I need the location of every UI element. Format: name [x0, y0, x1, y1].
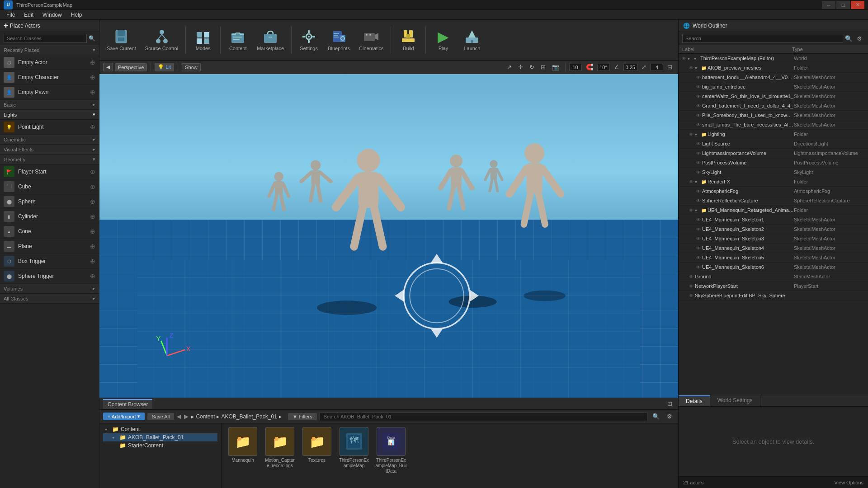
wo-ppv-eye[interactable]: 👁 — [695, 159, 702, 166]
wo-skel6-eye[interactable]: 👁 — [695, 263, 702, 271]
wo-search-input[interactable] — [682, 34, 843, 43]
wo-light-source-eye[interactable]: 👁 — [695, 140, 702, 147]
close-button[interactable]: ✕ — [851, 1, 864, 9]
wo-search-button[interactable]: 🔍 — [845, 35, 853, 42]
viewport-lit-btn[interactable]: 💡 Lit — [155, 63, 174, 71]
wo-skel1-eye[interactable]: 👁 — [695, 216, 702, 223]
cb-file-map[interactable]: 🗺 ThirdPersonExampleMap — [338, 427, 370, 484]
wo-ground-eye[interactable]: 👁 — [688, 273, 695, 280]
wo-col-label[interactable]: Label — [682, 47, 792, 52]
wo-anim6[interactable]: 👁 small_jumps_The_bare_necessities_Alegr… — [679, 120, 868, 130]
actor-empty-actor[interactable]: ⬡ Empty Actor ⊕ — [0, 55, 99, 70]
cb-path-akob[interactable]: AKOB_Ballet_Pack_01 — [221, 413, 277, 420]
actor-box-trigger[interactable]: ⬡ Box Trigger ⊕ — [0, 254, 99, 269]
cb-settings-button[interactable]: ⚙ — [665, 412, 675, 421]
wo-src-eye[interactable]: 👁 — [695, 197, 702, 204]
search-classes-input[interactable] — [4, 34, 87, 43]
viewport-scale-tool[interactable]: ⊞ — [538, 63, 548, 71]
wo-skel5[interactable]: 👁 UE4_Mannequin_Skeleton5 SkeletalMeshAc… — [679, 253, 868, 263]
wo-lmiv-eye[interactable]: 👁 — [695, 150, 702, 157]
wo-renderfx-folder[interactable]: 👁 ▾ 📁 RenderFX Folder — [679, 177, 868, 187]
wo-skel1[interactable]: 👁 UE4_Mannequin_Skeleton1 SkeletalMeshAc… — [679, 215, 868, 225]
viewport-snap-icon[interactable]: 🧲 — [584, 63, 595, 71]
wo-anim4-eye[interactable]: 👁 — [695, 102, 702, 109]
modes-button[interactable]: Modes — [189, 27, 217, 53]
viewport-angle-icon[interactable]: ∠ — [612, 63, 622, 71]
tree-content[interactable]: ▾ 📁 Content — [103, 425, 217, 433]
content-browser-tab[interactable]: Content Browser — [103, 399, 152, 409]
wo-root-eye[interactable]: 👁 — [680, 55, 688, 62]
wo-anim3-eye[interactable]: 👁 — [695, 93, 702, 100]
tree-akob[interactable]: ▾ 📁 AKOB_Ballet_Pack_01 — [103, 433, 217, 441]
wo-anim3[interactable]: 👁 centerWaltz_So_this_love_is_pirouette1… — [679, 92, 868, 101]
marketplace-button[interactable]: Marketplace — [253, 27, 288, 53]
wo-skylight[interactable]: 👁 SkyLight SkyLight — [679, 168, 868, 177]
actor-cube[interactable]: ⬛ Cube ⊕ — [0, 179, 99, 194]
details-tab[interactable]: Details — [679, 395, 710, 406]
wo-anim1-eye[interactable]: 👁 — [695, 74, 702, 81]
wo-renderfx-eye[interactable]: 👁 — [688, 178, 695, 185]
cb-back-button[interactable]: ◀ — [177, 413, 181, 420]
cb-file-builtdata[interactable]: 📊Data ThirdPersonExampleMap_BuiltData — [375, 427, 407, 484]
wo-nps[interactable]: 👁 NetworkPlayerStart PlayerStart — [679, 282, 868, 291]
wo-anim1[interactable]: 👁 battement_fondu__Alehandro4_4__V01_Ani… — [679, 73, 868, 82]
settings-button[interactable]: Settings — [295, 27, 322, 53]
category-geometry-label[interactable]: Geometry ▾ — [0, 155, 99, 164]
wo-lighting-folder[interactable]: 👁 ▾ 📁 Lighting Folder — [679, 130, 868, 139]
cb-forward-button[interactable]: ▶ — [184, 413, 189, 420]
actor-sphere[interactable]: ⬤ Sphere ⊕ — [0, 194, 99, 209]
cb-search-button[interactable]: 🔍 — [650, 412, 662, 421]
viewport-scale-icon[interactable]: ⤢ — [639, 63, 649, 71]
wo-skel5-eye[interactable]: 👁 — [695, 254, 702, 261]
wo-skel3[interactable]: 👁 UE4_Mannequin_Skeleton3 SkeletalMeshAc… — [679, 234, 868, 244]
category-basic-label[interactable]: Basic ▸ — [0, 100, 99, 110]
wo-skel4[interactable]: 👁 UE4_Mannequin_Skeleton4 SkeletalMeshAc… — [679, 244, 868, 253]
add-import-button[interactable]: + Add/Import ▾ — [103, 413, 145, 420]
viewport[interactable]: X Y Z — [99, 74, 678, 398]
wo-akob-folder[interactable]: 👁 ▾ 📁 AKOB_preview_meshes Folder — [679, 63, 868, 73]
play-button[interactable]: ▶ Play — [429, 27, 457, 53]
cb-search-input[interactable] — [320, 412, 647, 421]
wo-ground[interactable]: 👁 Ground StaticMeshActor — [679, 272, 868, 282]
viewport-rotate-tool[interactable]: ↻ — [527, 63, 537, 71]
wo-skel4-eye[interactable]: 👁 — [695, 244, 702, 252]
wo-lighting-eye[interactable]: 👁 — [688, 131, 695, 138]
viewport-show-btn[interactable]: Show — [182, 63, 201, 71]
tree-starter[interactable]: 📁 StarterContent — [103, 441, 217, 450]
wo-col-type[interactable]: Type — [792, 47, 864, 52]
wo-anim5[interactable]: 👁 Plie_Somebody_that_I_used_to_know_4_4_… — [679, 111, 868, 120]
save-current-button[interactable]: Save Current — [103, 27, 140, 53]
build-button[interactable]: Build — [395, 27, 422, 53]
wo-nps-eye[interactable]: 👁 — [688, 282, 695, 290]
actor-sphere-trigger[interactable]: ⬤ Sphere Trigger ⊕ — [0, 269, 99, 284]
viewport-nav-prev[interactable]: ◀ — [103, 63, 113, 71]
cb-file-mannequin[interactable]: Mannequin — [227, 427, 259, 484]
wo-skel2[interactable]: 👁 UE4_Mannequin_Skeleton2 SkeletalMeshAc… — [679, 225, 868, 234]
save-all-button[interactable]: Save All — [147, 413, 175, 420]
wo-fog[interactable]: 👁 AtmosphericFog AtmosphericFog — [679, 187, 868, 196]
viewport-layer-icon[interactable]: ⊟ — [665, 63, 675, 71]
wo-anim4[interactable]: 👁 Grand_battement_I_need_a_dollar_4_4_ S… — [679, 101, 868, 111]
wo-skel3-eye[interactable]: 👁 — [695, 235, 702, 242]
wo-light-source[interactable]: 👁 Light Source DirectionalLight — [679, 139, 868, 149]
viewport-move-tool[interactable]: ✛ — [516, 63, 525, 71]
wo-akob-eye[interactable]: 👁 — [688, 64, 695, 71]
wo-sky[interactable]: 👁 SkySphereBlueprintEdit BP_Sky_Sphere — [679, 291, 868, 300]
menu-edit[interactable]: Edit — [19, 11, 38, 19]
menu-file[interactable]: File — [2, 11, 19, 19]
wo-anim2-eye[interactable]: 👁 — [695, 83, 702, 90]
wo-filter-button[interactable]: ⚙ — [854, 34, 864, 43]
world-settings-tab[interactable]: World Settings — [710, 395, 760, 406]
actor-empty-pawn[interactable]: 👤 Empty Pawn ⊕ — [0, 85, 99, 100]
wo-fog-eye[interactable]: 👁 — [695, 188, 702, 195]
actor-cone[interactable]: ▲ Cone ⊕ — [0, 224, 99, 239]
menu-help[interactable]: Help — [66, 11, 87, 19]
wo-src[interactable]: 👁 SphereReflectionCapture SphereReflecti… — [679, 196, 868, 206]
view-options-button[interactable]: View Options — [834, 480, 863, 485]
cinematics-button[interactable]: Cinematics — [355, 27, 387, 53]
viewport-perspective-btn[interactable]: Perspective — [115, 63, 147, 71]
viewport-select-tool[interactable]: ↗ — [505, 63, 514, 71]
maximize-button[interactable]: □ — [836, 1, 850, 9]
wo-sky-eye[interactable]: 👁 — [688, 292, 695, 299]
category-lights-label[interactable]: Lights ▾ — [0, 110, 99, 120]
